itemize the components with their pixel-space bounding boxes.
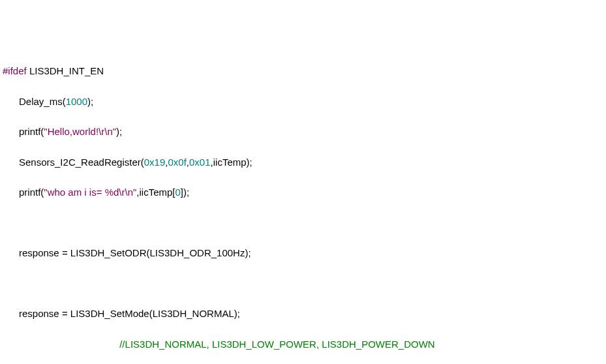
blank-line xyxy=(3,276,603,291)
hex-19: 0x19 xyxy=(144,157,166,168)
call-delay: Delay_ms( xyxy=(3,96,66,107)
code-line: response = LIS3DH_SetODR(LIS3DH_ODR_100H… xyxy=(3,245,603,260)
hex-0f: 0x0f xyxy=(168,157,186,168)
macro-name: LIS3DH_INT_EN xyxy=(29,65,104,76)
call-setodr: response = LIS3DH_SetODR(LIS3DH_ODR_100H… xyxy=(3,247,251,258)
str-hello: "Hello,world!\r\n" xyxy=(44,126,116,137)
code-line: printf("Hello,world!\r\n"); xyxy=(3,124,603,139)
idx-0: 0 xyxy=(175,187,181,198)
num-1000: 1000 xyxy=(66,96,87,107)
comment-modes: //LIS3DH_NORMAL, LIS3DH_LOW_POWER, LIS3D… xyxy=(119,339,434,350)
code-line: Sensors_I2C_ReadRegister(0x19,0x0f,0x01,… xyxy=(3,155,603,170)
close: ]); xyxy=(181,187,189,198)
call-setmode: response = LIS3DH_SetMode(LIS3DH_NORMAL)… xyxy=(3,308,240,319)
paren-semi: ); xyxy=(116,126,122,137)
code-line: response = LIS3DH_SetMode(LIS3DH_NORMAL)… xyxy=(3,306,603,321)
paren-semi: ); xyxy=(87,96,93,107)
call-printf: printf( xyxy=(3,126,44,137)
rest: ,iicTemp); xyxy=(211,157,252,168)
str-whoami: "who am i is= %d\r\n" xyxy=(44,187,136,198)
hex-01: 0x01 xyxy=(189,157,211,168)
code-line: #ifdef LIS3DH_INT_EN xyxy=(3,63,603,78)
code-line: Delay_ms(1000); xyxy=(3,94,603,109)
indent xyxy=(3,339,119,350)
preproc-ifdef: #ifdef xyxy=(3,65,29,76)
mid: ,iicTemp[ xyxy=(136,187,175,198)
call-readreg: Sensors_I2C_ReadRegister( xyxy=(3,157,144,168)
code-line: printf("who am i is= %d\r\n",iicTemp[0])… xyxy=(3,185,603,200)
call-printf: printf( xyxy=(3,187,44,198)
code-line: //LIS3DH_NORMAL, LIS3DH_LOW_POWER, LIS3D… xyxy=(3,337,603,352)
blank-line xyxy=(3,215,603,230)
